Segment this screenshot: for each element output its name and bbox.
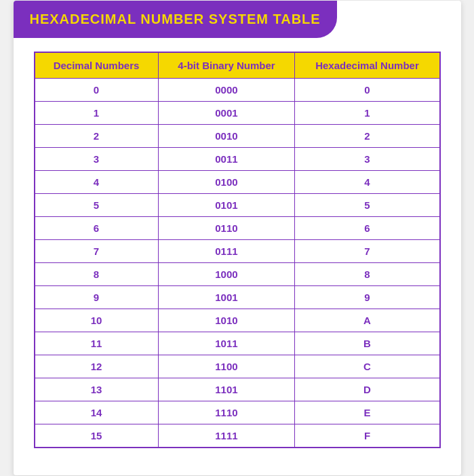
table-row: 300113 bbox=[35, 148, 440, 171]
cell-decimal: 10 bbox=[35, 309, 159, 332]
cell-binary: 0010 bbox=[158, 125, 295, 148]
cell-binary: 1001 bbox=[158, 286, 295, 309]
cell-hex: F bbox=[295, 424, 440, 448]
table-row: 701117 bbox=[35, 240, 440, 263]
cell-hex: 3 bbox=[295, 148, 440, 171]
table-row: 111011B bbox=[35, 332, 440, 355]
cell-hex: 8 bbox=[295, 263, 440, 286]
table-header-row: Decimal Numbers 4-bit Binary Number Hexa… bbox=[35, 52, 440, 79]
table-row: 121100C bbox=[35, 355, 440, 378]
cell-binary: 1111 bbox=[158, 424, 295, 448]
cell-hex: 5 bbox=[295, 194, 440, 217]
cell-binary: 0011 bbox=[158, 148, 295, 171]
cell-decimal: 2 bbox=[35, 125, 159, 148]
table-row: 910019 bbox=[35, 286, 440, 309]
cell-decimal: 13 bbox=[35, 378, 159, 401]
cell-decimal: 6 bbox=[35, 217, 159, 240]
cell-hex: C bbox=[295, 355, 440, 378]
page-title: HEXADECIMAL NUMBER SYSTEM TABLE bbox=[30, 12, 321, 26]
cell-hex: E bbox=[295, 401, 440, 424]
cell-hex: 0 bbox=[295, 79, 440, 102]
cell-binary: 0000 bbox=[158, 79, 295, 102]
cell-binary: 0100 bbox=[158, 171, 295, 194]
cell-hex: 2 bbox=[295, 125, 440, 148]
cell-hex: B bbox=[295, 332, 440, 355]
cell-hex: 6 bbox=[295, 217, 440, 240]
cell-binary: 0001 bbox=[158, 102, 295, 125]
col-header-hex: Hexadecimal Number bbox=[295, 52, 440, 79]
cell-decimal: 7 bbox=[35, 240, 159, 263]
table-row: 200102 bbox=[35, 125, 440, 148]
hex-table: Decimal Numbers 4-bit Binary Number Hexa… bbox=[34, 52, 441, 448]
card: HEXADECIMAL NUMBER SYSTEM TABLE Decimal … bbox=[14, 1, 461, 475]
cell-hex: 7 bbox=[295, 240, 440, 263]
table-row: 101010A bbox=[35, 309, 440, 332]
cell-hex: A bbox=[295, 309, 440, 332]
table-row: 131101D bbox=[35, 378, 440, 401]
cell-binary: 1011 bbox=[158, 332, 295, 355]
table-body: 0000001000112001023001134010045010156011… bbox=[35, 79, 440, 448]
cell-decimal: 14 bbox=[35, 401, 159, 424]
table-row: 100011 bbox=[35, 102, 440, 125]
cell-binary: 1110 bbox=[158, 401, 295, 424]
cell-hex: 9 bbox=[295, 286, 440, 309]
cell-decimal: 9 bbox=[35, 286, 159, 309]
cell-binary: 1000 bbox=[158, 263, 295, 286]
table-row: 401004 bbox=[35, 171, 440, 194]
cell-hex: D bbox=[295, 378, 440, 401]
cell-decimal: 8 bbox=[35, 263, 159, 286]
col-header-binary: 4-bit Binary Number bbox=[158, 52, 295, 79]
cell-binary: 0111 bbox=[158, 240, 295, 263]
cell-binary: 1100 bbox=[158, 355, 295, 378]
cell-decimal: 1 bbox=[35, 102, 159, 125]
table-row: 151111F bbox=[35, 424, 440, 448]
cell-decimal: 0 bbox=[35, 79, 159, 102]
cell-decimal: 15 bbox=[35, 424, 159, 448]
cell-binary: 0101 bbox=[158, 194, 295, 217]
table-row: 141110E bbox=[35, 401, 440, 424]
cell-decimal: 3 bbox=[35, 148, 159, 171]
cell-binary: 1010 bbox=[158, 309, 295, 332]
cell-decimal: 11 bbox=[35, 332, 159, 355]
col-header-decimal: Decimal Numbers bbox=[35, 52, 159, 79]
page-header: HEXADECIMAL NUMBER SYSTEM TABLE bbox=[14, 1, 337, 38]
table-row: 501015 bbox=[35, 194, 440, 217]
cell-binary: 1101 bbox=[158, 378, 295, 401]
table-row: 000000 bbox=[35, 79, 440, 102]
cell-decimal: 5 bbox=[35, 194, 159, 217]
table-row: 601106 bbox=[35, 217, 440, 240]
table-row: 810008 bbox=[35, 263, 440, 286]
cell-binary: 0110 bbox=[158, 217, 295, 240]
cell-decimal: 12 bbox=[35, 355, 159, 378]
cell-hex: 4 bbox=[295, 171, 440, 194]
table-container: Decimal Numbers 4-bit Binary Number Hexa… bbox=[14, 52, 461, 455]
cell-hex: 1 bbox=[295, 102, 440, 125]
cell-decimal: 4 bbox=[35, 171, 159, 194]
